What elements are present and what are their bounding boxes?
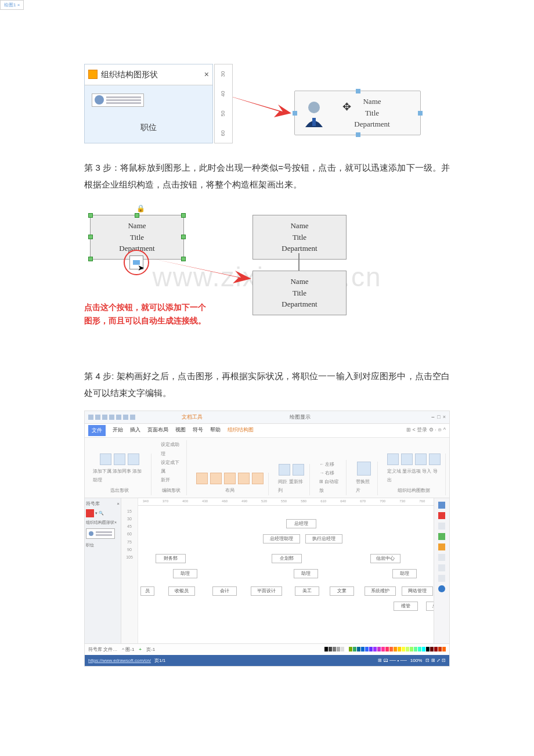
resize-handle[interactable] <box>356 89 360 93</box>
card-name: Name <box>329 96 416 107</box>
footer-bar: 符号库 文件… ^ 图-1 + 页-1 <box>85 643 449 655</box>
org-node[interactable]: 助理 <box>392 569 417 579</box>
org-node[interactable]: 执行总经理 <box>305 534 342 544</box>
file-tab[interactable]: 文件 <box>88 425 106 436</box>
org-node[interactable]: 总经理 <box>286 519 316 529</box>
annotation-text: 点击这个按钮，就可以添加下一个 图形，而且可以自动生成连接线。 <box>84 301 206 327</box>
org-node[interactable]: 信息中心 <box>370 554 400 564</box>
org-card-preview[interactable] <box>92 93 144 107</box>
resize-handle[interactable] <box>356 132 360 137</box>
status-bar: https://www.edrawsoft.com/cn/ 页1/1 ⊞ 🕮 ─… <box>85 655 449 666</box>
canvas-top-ruler: 3403704004304604905205505806106406707007… <box>138 498 434 506</box>
org-node[interactable]: 助理 <box>173 569 197 579</box>
org-node[interactable]: 财务部 <box>156 554 186 564</box>
ribbon-tab[interactable]: 视图 <box>175 425 186 436</box>
ribbon-tab[interactable]: 插入 <box>130 425 140 436</box>
resize-handle[interactable] <box>293 111 297 116</box>
org-node[interactable]: 企划部 <box>272 554 302 564</box>
org-node[interactable]: 维管 <box>394 602 418 611</box>
figure-3-app-window: 文档工具 绘图显示 ‒□× 文件 开始 插入 页面布局 视图 符号 帮助 组织结… <box>84 411 450 667</box>
org-node[interactable]: 总经理助理 <box>263 534 300 544</box>
card-dept: Department <box>329 118 416 130</box>
shapes-panel-footer: 职位 <box>85 113 212 143</box>
avatar-icon <box>95 95 104 105</box>
ribbon-tab[interactable]: 符号 <box>193 425 203 436</box>
title-tab-draw[interactable]: 绘图显示 <box>290 412 311 422</box>
connector-line <box>298 253 300 271</box>
org-node[interactable]: 助理 <box>294 569 318 579</box>
top-right-controls[interactable]: ⊞ < 登录 ⚙ · ⊙ ^ <box>406 425 446 436</box>
card-title: Title <box>329 107 416 119</box>
canvas[interactable]: 3403704004304604905205505806106406707007… <box>138 498 434 643</box>
highlight-circle <box>124 250 149 275</box>
org-node[interactable]: 美工 <box>295 586 319 596</box>
vertical-ruler: 3040 5060 <box>214 64 233 143</box>
title-tab-doc[interactable]: 文档工具 <box>182 412 203 422</box>
close-icon[interactable]: × <box>204 67 209 82</box>
arrow-icon <box>148 255 252 285</box>
ribbon-tabs: 文件 开始 插入 页面布局 视图 符号 帮助 组织结构图 ⊞ < 登录 ⚙ · … <box>85 424 449 438</box>
org-node[interactable]: 会计 <box>212 586 237 596</box>
shapes-panel: 组织结构图形状 × 职位 <box>84 64 213 143</box>
figure-2: www.zixin.com.cn 🔒 Name Title Department… <box>84 202 450 353</box>
ribbon-tab[interactable]: 开始 <box>113 425 123 436</box>
svg-rect-1 <box>312 118 316 126</box>
org-card-canvas[interactable]: ✥ Name Title Department <box>294 91 421 135</box>
canvas-left-ruler: 绘图1 × 153045607590105 <box>121 498 138 643</box>
org-node[interactable]: 总台文员 <box>426 602 434 611</box>
status-url[interactable]: https://www.edrawsoft.com/cn/ <box>88 656 151 665</box>
org-node[interactable]: 网络管理 <box>402 586 433 596</box>
ribbon-tab[interactable]: 帮助 <box>210 425 221 436</box>
org-box-parent[interactable]: Name Title Department <box>252 215 347 260</box>
ribbon: 添加下属 添加同事 添加助理 选出形状 设定成助理设定成下属新开编辑形状 布局 … <box>85 438 449 498</box>
title-bar: 文档工具 绘图显示 ‒□× <box>85 411 449 424</box>
org-node[interactable]: 系统维护 <box>365 586 396 596</box>
right-panel[interactable] <box>434 498 449 643</box>
person-avatar-icon <box>300 98 329 127</box>
drawing-tab[interactable]: 绘图1 × <box>0 0 24 10</box>
ribbon-tab[interactable]: 页面布局 <box>147 425 168 436</box>
figure-1: 组织结构图形状 × 职位 3040 5060 <box>84 64 450 143</box>
org-node[interactable]: 收银员 <box>168 586 195 596</box>
org-node[interactable]: 员 <box>140 586 154 596</box>
color-swatches[interactable] <box>324 647 446 651</box>
window-controls[interactable]: ‒□× <box>431 412 446 422</box>
zoom-controls[interactable]: ⊞ 🕮 ── • ──100%⊡ ⊞ ⤢ ⊡ <box>378 656 446 665</box>
quick-access-toolbar[interactable] <box>88 415 135 420</box>
star-icon <box>88 70 98 79</box>
org-node[interactable]: 文案 <box>330 586 354 596</box>
resize-handle[interactable] <box>418 111 423 116</box>
document-page: 组织结构图形状 × 职位 3040 5060 <box>0 0 534 756</box>
step-4-text: 第 4 步: 架构画好之后，点击图形，再根据实际状况，将职位一一输入到对应图形中… <box>84 368 450 401</box>
org-node[interactable]: 平面设计 <box>251 586 282 596</box>
org-box-child[interactable]: Name Title Department <box>252 271 347 315</box>
shapes-panel-header: 组织结构图形状 × <box>85 64 212 85</box>
ribbon-tab-active[interactable]: 组织结构图 <box>228 425 254 436</box>
svg-point-0 <box>308 102 320 113</box>
step-3-text: 第 3 步：将鼠标放到图形上，此时会出现一种类似=号按钮，点击，就可以迅速添加下… <box>84 160 450 193</box>
symbol-library-panel: 符号库× ▾ 🔍 组织结构图形状× 职位 <box>85 498 121 643</box>
shapes-panel-title: 组织结构图形状 <box>101 67 158 82</box>
